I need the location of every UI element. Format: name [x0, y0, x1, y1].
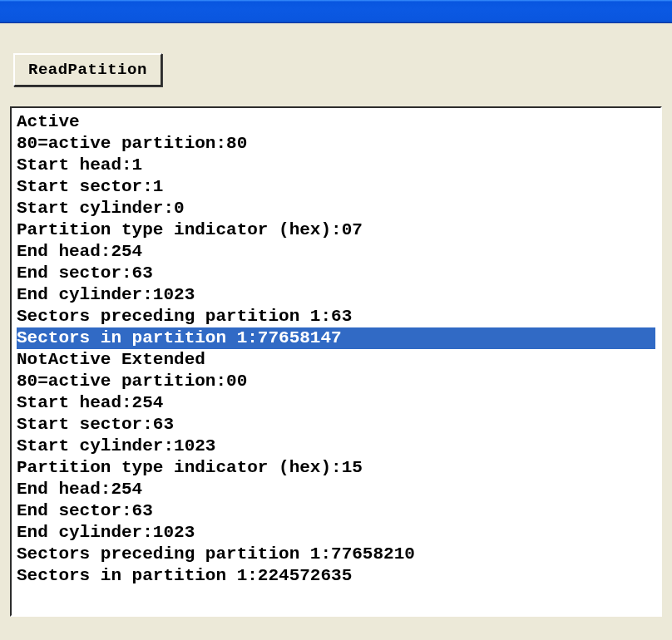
output-line[interactable]: End head:254: [17, 479, 655, 500]
output-listbox[interactable]: Active80=active partition:80Start head:1…: [10, 106, 662, 617]
window-body: ReadPatition Active80=active partition:8…: [0, 23, 672, 640]
output-line[interactable]: Partition type indicator (hex):15: [17, 457, 655, 479]
output-line[interactable]: Start head:254: [17, 392, 655, 414]
output-line[interactable]: End head:254: [17, 241, 655, 263]
output-line[interactable]: Start cylinder:0: [17, 198, 655, 219]
output-line[interactable]: Active: [17, 111, 655, 133]
output-line[interactable]: Start head:1: [17, 155, 655, 176]
output-line[interactable]: Start sector:63: [17, 414, 655, 436]
output-line[interactable]: Start sector:1: [17, 176, 655, 198]
output-line[interactable]: Sectors preceding partition 1:77658210: [17, 544, 655, 565]
output-line[interactable]: End cylinder:1023: [17, 284, 655, 306]
output-line[interactable]: End sector:63: [17, 500, 655, 522]
output-line[interactable]: End sector:63: [17, 263, 655, 284]
output-line[interactable]: End cylinder:1023: [17, 522, 655, 544]
output-line[interactable]: 80=active partition:80: [17, 133, 655, 155]
output-line[interactable]: 80=active partition:00: [17, 371, 655, 392]
output-line[interactable]: NotActive Extended: [17, 349, 655, 371]
output-line[interactable]: Partition type indicator (hex):07: [17, 219, 655, 241]
output-line[interactable]: Sectors in partition 1:77658147: [17, 327, 655, 349]
output-line[interactable]: Sectors preceding partition 1:63: [17, 306, 655, 327]
window-titlebar[interactable]: [0, 0, 672, 23]
output-line[interactable]: Sectors in partition 1:224572635: [17, 565, 655, 587]
output-line[interactable]: Start cylinder:1023: [17, 436, 655, 457]
read-partition-button[interactable]: ReadPatition: [13, 53, 162, 86]
